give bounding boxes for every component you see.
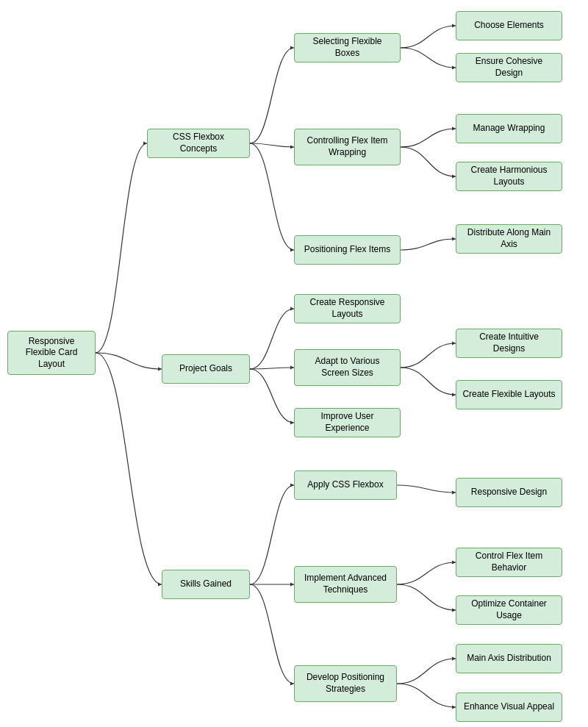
node-adapt: Adapt to Various Screen Sizes — [294, 349, 401, 386]
node-mainax: Main Axis Distribution — [456, 644, 562, 673]
node-imp: Improve User Experience — [294, 408, 401, 437]
node-sel: Selecting Flexible Boxes — [294, 33, 401, 62]
node-adv: Implement Advanced Techniques — [294, 566, 397, 603]
node-root: Responsive Flexible Card Layout — [7, 331, 96, 375]
node-apply: Apply CSS Flexbox — [294, 470, 397, 500]
node-choose: Choose Elements — [456, 11, 562, 40]
node-flexlay: Create Flexible Layouts — [456, 380, 562, 409]
node-pos: Positioning Flex Items — [294, 235, 401, 265]
node-ensure: Ensure Cohesive Design — [456, 53, 562, 82]
node-dist: Distribute Along Main Axis — [456, 224, 562, 254]
diagram-container: Responsive Flexible Card LayoutCSS Flexb… — [0, 0, 588, 727]
node-css: CSS Flexbox Concepts — [147, 129, 250, 158]
node-respdes: Responsive Design — [456, 478, 562, 507]
node-crl: Create Responsive Layouts — [294, 294, 401, 323]
node-devpos: Develop Positioning Strategies — [294, 665, 397, 702]
node-goals: Project Goals — [162, 354, 250, 384]
node-ctrl: Controlling Flex Item Wrapping — [294, 129, 401, 165]
node-skills: Skills Gained — [162, 570, 250, 599]
node-manage: Manage Wrapping — [456, 114, 562, 143]
node-enhance: Enhance Visual Appeal — [456, 692, 562, 722]
node-intuit: Create Intuitive Designs — [456, 329, 562, 358]
node-ctrlbeh: Control Flex Item Behavior — [456, 548, 562, 577]
node-optcont: Optimize Container Usage — [456, 595, 562, 625]
node-harm: Create Harmonious Layouts — [456, 162, 562, 191]
